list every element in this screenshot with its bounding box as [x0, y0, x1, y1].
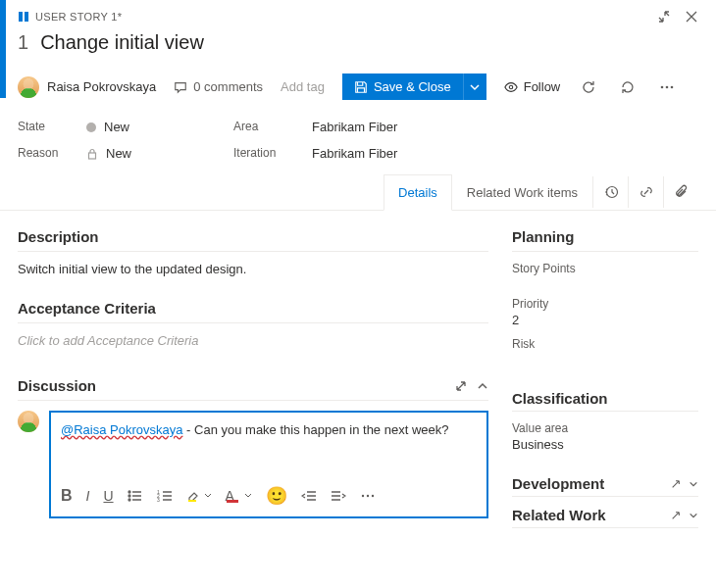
user-story-icon — [18, 11, 29, 23]
more-icon[interactable] — [656, 76, 678, 98]
svg-point-5 — [671, 85, 674, 88]
svg-rect-14 — [188, 500, 196, 502]
number-list-button[interactable]: 123 — [157, 489, 173, 503]
priority-value[interactable]: 2 — [512, 313, 698, 327]
svg-point-9 — [128, 495, 130, 497]
assignee-name: Raisa Pokrovskaya — [47, 79, 156, 94]
svg-rect-1 — [25, 12, 28, 22]
risk-label[interactable]: Risk — [512, 337, 698, 351]
divider — [18, 251, 488, 252]
save-close-label: Save & Close — [374, 79, 451, 94]
state-value: New — [104, 120, 129, 134]
chevron-down-icon[interactable] — [689, 511, 698, 520]
indent-button[interactable] — [331, 489, 346, 503]
italic-button[interactable]: I — [86, 488, 90, 504]
undo-icon[interactable] — [617, 76, 639, 98]
refresh-icon[interactable] — [578, 76, 599, 98]
divider — [512, 527, 698, 528]
classification-heading: Classification — [512, 390, 608, 407]
iteration-label: Iteration — [233, 146, 312, 161]
comments-count[interactable]: 0 comments — [174, 79, 263, 94]
lock-icon — [86, 148, 98, 160]
discussion-rest: - Can you make this happen in the next w… — [182, 422, 448, 437]
comments-label: 0 comments — [193, 79, 263, 94]
svg-point-10 — [128, 499, 130, 501]
follow-label: Follow — [524, 79, 561, 94]
svg-text:3: 3 — [157, 497, 160, 503]
add-tag[interactable]: Add tag — [281, 79, 325, 94]
highlight-button[interactable] — [186, 489, 212, 503]
reason-label: Reason — [18, 146, 86, 161]
svg-point-2 — [509, 85, 513, 89]
save-dropdown[interactable] — [463, 74, 486, 100]
svg-rect-15 — [227, 500, 238, 503]
accent-bar — [0, 0, 6, 98]
divider — [512, 496, 698, 497]
assignee[interactable]: Raisa Pokrovskaya — [18, 76, 156, 98]
avatar — [18, 411, 39, 432]
work-item-type-label: USER STORY 1* — [35, 11, 122, 23]
expand-icon[interactable] — [671, 479, 681, 489]
mention[interactable]: @Raisa Pokrovskaya — [61, 422, 182, 437]
restore-window-icon[interactable] — [657, 10, 671, 24]
acceptance-heading: Acceptance Criteria — [18, 300, 488, 317]
chevron-down-icon[interactable] — [689, 479, 698, 489]
work-item-type: USER STORY 1* — [18, 11, 122, 23]
area-value: Fabrikam Fiber — [312, 120, 397, 134]
svg-point-8 — [128, 491, 130, 493]
save-icon — [354, 80, 368, 94]
divider — [512, 411, 698, 412]
discussion-editor[interactable]: @Raisa Pokrovskaya - Can you make this h… — [49, 411, 488, 518]
underline-button[interactable]: U — [103, 488, 113, 504]
svg-rect-6 — [89, 153, 96, 159]
svg-point-17 — [367, 495, 369, 497]
svg-rect-0 — [19, 12, 23, 22]
svg-point-16 — [362, 495, 364, 497]
value-area-value[interactable]: Business — [512, 437, 698, 452]
reason-value: New — [106, 146, 131, 161]
svg-point-3 — [661, 85, 664, 88]
acceptance-placeholder[interactable]: Click to add Acceptance Criteria — [18, 333, 488, 348]
work-item-title[interactable]: Change initial view — [40, 31, 204, 54]
bold-button[interactable]: B — [61, 487, 73, 505]
area-field[interactable]: Fabrikam Fiber — [312, 120, 698, 134]
description-heading: Description — [18, 228, 488, 245]
font-color-button[interactable]: A — [226, 488, 252, 504]
development-heading: Development — [512, 475, 604, 492]
expand-icon[interactable] — [455, 380, 467, 392]
story-points-label[interactable]: Story Points — [512, 262, 698, 275]
chevron-down-icon — [470, 82, 480, 92]
reason-field[interactable]: New — [86, 146, 233, 161]
follow-button[interactable]: Follow — [504, 79, 561, 94]
chevron-up-icon[interactable] — [477, 380, 488, 392]
divider — [18, 400, 488, 401]
iteration-value: Fabrikam Fiber — [312, 146, 397, 161]
tab-attachments-icon[interactable] — [663, 176, 698, 208]
tab-links-icon[interactable] — [628, 176, 663, 208]
divider — [512, 251, 698, 252]
outdent-button[interactable] — [301, 489, 317, 503]
bullet-list-button[interactable] — [128, 489, 143, 503]
iteration-field[interactable]: Fabrikam Fiber — [312, 146, 698, 161]
description-text[interactable]: Switch initial view to the updated desig… — [18, 262, 488, 276]
area-label: Area — [233, 120, 312, 134]
work-item-id: 1 — [18, 31, 28, 54]
svg-point-18 — [372, 495, 374, 497]
expand-icon[interactable] — [671, 511, 681, 520]
related-work-heading: Related Work — [512, 507, 606, 523]
tab-details[interactable]: Details — [384, 174, 452, 211]
state-dot-icon — [86, 122, 96, 132]
close-icon[interactable] — [685, 10, 698, 24]
save-close-button[interactable]: Save & Close — [342, 74, 463, 100]
state-label: State — [18, 120, 86, 134]
discussion-heading: Discussion — [18, 377, 96, 394]
tab-related-work-items[interactable]: Related Work items — [452, 174, 592, 210]
toolbar-more-icon[interactable] — [360, 489, 376, 503]
planning-heading: Planning — [512, 228, 698, 245]
divider — [18, 322, 488, 323]
comment-icon — [174, 80, 187, 94]
state-field[interactable]: New — [86, 120, 233, 134]
tab-history-icon[interactable] — [592, 176, 628, 208]
emoji-button[interactable]: 🙂 — [266, 485, 287, 507]
svg-point-4 — [666, 85, 669, 88]
